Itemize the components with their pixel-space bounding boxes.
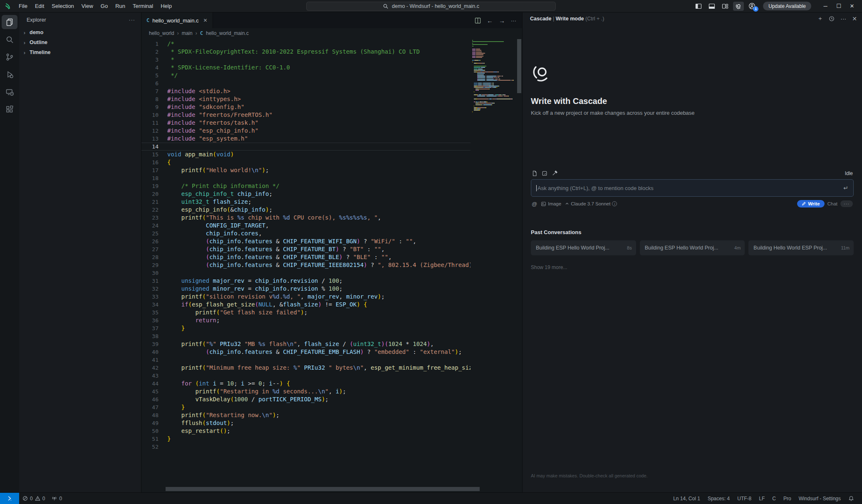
- code-line-12[interactable]: 12#include "esp_chip_info.h": [141, 127, 471, 135]
- editor-more-actions-icon[interactable]: ···: [511, 17, 516, 24]
- tools-icon[interactable]: [552, 170, 558, 176]
- code-line-40[interactable]: 40 (chip_info.features & CHIP_FEATURE_EM…: [141, 348, 471, 356]
- image-button[interactable]: Image: [541, 201, 561, 207]
- menu-view[interactable]: View: [78, 1, 97, 11]
- status-utf-8[interactable]: UTF-8: [733, 496, 755, 502]
- code-line-15[interactable]: 15void app_main(void): [141, 151, 471, 158]
- code-line-32[interactable]: 32 unsigned minor_rev = chip_info.revisi…: [141, 285, 471, 293]
- code-line-27[interactable]: 27 (chip_info.features & CHIP_FEATURE_BT…: [141, 245, 471, 253]
- code-line-49[interactable]: 49 fflush(stdout);: [141, 419, 471, 427]
- code-line-52[interactable]: 52: [141, 443, 471, 451]
- menu-run[interactable]: Run: [111, 1, 129, 11]
- update-available-button[interactable]: Update Available: [763, 2, 811, 10]
- vertical-scrollbar-thumb[interactable]: [517, 39, 521, 93]
- menu-go[interactable]: Go: [97, 1, 111, 11]
- ports-indicator[interactable]: 0: [48, 493, 65, 504]
- code-line-37[interactable]: 37 }: [141, 324, 471, 332]
- vertical-scrollbar[interactable]: [516, 38, 522, 487]
- menu-terminal[interactable]: Terminal: [129, 1, 157, 11]
- minimize-button[interactable]: ─: [820, 1, 831, 11]
- menu-edit[interactable]: Edit: [31, 1, 48, 11]
- code-line-11[interactable]: 11#include "freertos/task.h": [141, 119, 471, 127]
- code-line-10[interactable]: 10#include "freertos/FreeRTOS.h": [141, 111, 471, 119]
- code-line-36[interactable]: 36 return;: [141, 316, 471, 324]
- breadcrumb[interactable]: hello_world›main›Chello_world_main.c: [141, 28, 522, 38]
- history-icon[interactable]: [829, 16, 835, 22]
- code-line-34[interactable]: 34 if(esp_flash_get_size(NULL, &flash_si…: [141, 301, 471, 309]
- conversation-card[interactable]: Building Hello World ESP Proj...11m: [748, 240, 854, 255]
- code-line-18[interactable]: 18: [141, 174, 471, 182]
- code-line-3[interactable]: 3 *: [141, 56, 471, 64]
- code-line-50[interactable]: 50 esp_restart();: [141, 427, 471, 435]
- sidebar-section-demo[interactable]: ›demo: [19, 27, 141, 37]
- mode-more-icon[interactable]: ···: [840, 200, 853, 207]
- submit-enter-icon[interactable]: ↵: [843, 185, 848, 191]
- breadcrumb-item[interactable]: hello_world_main.c: [206, 30, 249, 36]
- sidebar-section-outline[interactable]: ›Outline: [19, 37, 141, 47]
- close-button[interactable]: ✕: [846, 1, 858, 11]
- horizontal-scrollbar[interactable]: [141, 487, 471, 492]
- menu-help[interactable]: Help: [157, 1, 176, 11]
- cascade-prompt-input[interactable]: Ask anything (Ctrl+L), @ to mention code…: [531, 179, 854, 197]
- code-line-38[interactable]: 38: [141, 332, 471, 340]
- code-line-19[interactable]: 19 /* Print chip information */: [141, 182, 471, 190]
- code-line-35[interactable]: 35 printf("Get flash size failed");: [141, 309, 471, 316]
- navigate-forward-icon[interactable]: →: [499, 17, 505, 24]
- code-line-30[interactable]: 30: [141, 269, 471, 277]
- code-line-7[interactable]: 7#include <stdio.h>: [141, 87, 471, 95]
- status-pro[interactable]: Pro: [780, 496, 795, 502]
- code-line-20[interactable]: 20 esp_chip_info_t chip_info;: [141, 190, 471, 198]
- code-line-28[interactable]: 28 (chip_info.features & CHIP_FEATURE_BL…: [141, 253, 471, 261]
- code-line-22[interactable]: 22 esp_chip_info(&chip_info);: [141, 206, 471, 214]
- extensions-icon[interactable]: [2, 102, 17, 116]
- code-line-29[interactable]: 29 (chip_info.features & CHIP_FEATURE_IE…: [141, 261, 471, 269]
- insert-snippet-icon[interactable]: [542, 170, 547, 176]
- conversation-card[interactable]: Building ESP Hello World Proj...4m: [640, 240, 745, 255]
- code-line-24[interactable]: 24 CONFIG_IDF_TARGET,: [141, 222, 471, 230]
- status-ln-14-col-1[interactable]: Ln 14, Col 1: [669, 496, 704, 502]
- status-windsurf-settings[interactable]: Windsurf - Settings: [795, 496, 845, 502]
- navigate-back-icon[interactable]: ←: [487, 17, 493, 24]
- search-sidebar-icon[interactable]: [2, 32, 17, 47]
- run-debug-icon[interactable]: [2, 67, 17, 82]
- code-line-2[interactable]: 2 * SPDX-FileCopyrightText: 2010-2022 Es…: [141, 48, 471, 56]
- explorer-icon[interactable]: [2, 15, 17, 29]
- code-line-8[interactable]: 8#include <inttypes.h>: [141, 95, 471, 103]
- code-line-46[interactable]: 46 vTaskDelay(1000 / portTICK_PERIOD_MS)…: [141, 395, 471, 403]
- code-line-9[interactable]: 9#include "sdkconfig.h": [141, 103, 471, 111]
- breadcrumb-item[interactable]: hello_world: [149, 30, 174, 36]
- cascade-toggle-icon[interactable]: [733, 2, 744, 11]
- code-line-31[interactable]: 31 unsigned major_rev = chip_info.revisi…: [141, 277, 471, 285]
- code-line-23[interactable]: 23 printf("This is %s chip with %d CPU c…: [141, 214, 471, 222]
- model-selector[interactable]: Claude 3.7 Sonnet i: [565, 201, 617, 206]
- code-line-1[interactable]: 1/*: [141, 40, 471, 48]
- code-line-21[interactable]: 21 uint32_t flash_size;: [141, 198, 471, 206]
- code-lines[interactable]: 1/*2 * SPDX-FileCopyrightText: 2010-2022…: [141, 40, 471, 451]
- mention-icon[interactable]: @: [532, 201, 537, 207]
- sidebar-section-timeline[interactable]: ›Timeline: [19, 47, 141, 57]
- code-line-13[interactable]: 13#include "esp_system.h": [141, 135, 471, 143]
- code-line-33[interactable]: 33 printf("silicon revision v%d.%d, ", m…: [141, 293, 471, 301]
- tab-hello-world-main-c[interactable]: C hello_world_main.c ✕: [141, 12, 213, 28]
- toggle-panel-icon[interactable]: [706, 2, 717, 11]
- panel-more-icon[interactable]: ···: [840, 15, 846, 22]
- code-line-5[interactable]: 5 */: [141, 72, 471, 79]
- status-c[interactable]: C: [768, 496, 780, 502]
- code-line-26[interactable]: 26 (chip_info.features & CHIP_FEATURE_WI…: [141, 237, 471, 245]
- code-line-47[interactable]: 47 }: [141, 403, 471, 411]
- command-center[interactable]: demo - Windsurf - hello_world_main.c: [306, 2, 556, 11]
- remote-explorer-icon[interactable]: [2, 85, 17, 99]
- code-line-45[interactable]: 45 printf("Restarting in %d seconds...\n…: [141, 388, 471, 395]
- write-mode-button[interactable]: Write: [797, 200, 825, 208]
- code-line-43[interactable]: 43: [141, 372, 471, 380]
- notifications-bell-icon[interactable]: [845, 496, 858, 502]
- split-editor-icon[interactable]: [475, 17, 481, 24]
- sidebar-more-icon[interactable]: ···: [129, 17, 136, 23]
- code-line-14[interactable]: 14: [141, 143, 471, 151]
- menu-file[interactable]: File: [15, 1, 31, 11]
- show-more-link[interactable]: Show 19 more...: [531, 264, 854, 270]
- menu-selection[interactable]: Selection: [48, 1, 77, 11]
- horizontal-scrollbar-thumb[interactable]: [166, 487, 480, 491]
- chat-mode-button[interactable]: Chat: [827, 201, 837, 206]
- panel-close-icon[interactable]: ✕: [852, 15, 857, 22]
